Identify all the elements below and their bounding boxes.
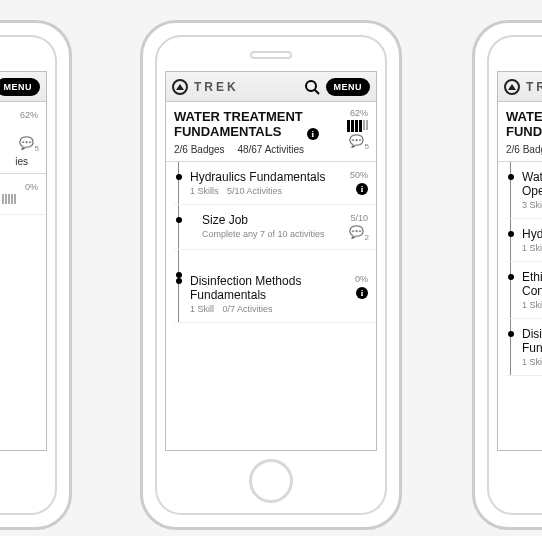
percent-label: 50% [332,170,368,180]
list-item[interactable]: Hydraul 1 Skills5 [506,219,542,262]
comment-icon[interactable]: 💬2 [349,225,368,241]
timeline-list: Water TOperati 3 Skills5 Hydraul 1 Skill… [498,162,542,376]
menu-button[interactable]: MENU [0,78,40,96]
comment-icon[interactable]: 💬5 [19,136,38,152]
timeline-list: Hydraulics Fundamentals 1 Skills 5/10 Ac… [166,162,376,323]
svg-line-3 [315,90,319,94]
list-item[interactable]: Hydraulics Fundamentals 1 Skills 5/10 Ac… [174,162,376,205]
phone-frame-left: MENU 62% 💬5 ies 0% [0,20,72,530]
list-item[interactable]: Ethics aConside 1 Skills0 [506,262,542,319]
item-activities: 5/10 Activities [227,186,282,196]
page-title: WATER TREATMENT FUNDAMENTALS [174,110,303,140]
logo-icon [504,79,520,95]
logo-icon [172,79,188,95]
info-icon[interactable]: i [307,128,319,140]
app-bar: TREK MENU [166,72,376,102]
list-item[interactable]: Disinfection Methods Fundamentals 1 Skil… [174,266,376,323]
menu-button[interactable]: MENU [326,78,371,96]
search-icon[interactable] [304,79,320,95]
phone-inner: TREK WATER T FUNDAM 2/6 Badge Water TOpe… [487,35,542,515]
screen: MENU 62% 💬5 ies 0% [0,71,47,451]
list-item[interactable]: 0% [0,174,46,215]
item-title: Disinfection Methods Fundamentals [190,274,332,302]
badges-count: 2/6 Badge [506,144,542,155]
list-item[interactable]: Water TOperati 3 Skills5 [506,162,542,219]
percent-label: 0% [332,274,368,284]
info-icon[interactable]: i [356,287,368,299]
page-title: WATER T FUNDAM [506,110,542,140]
percent-label: 62% [347,108,368,118]
progress-barcode-icon [0,122,38,134]
screen: TREK WATER T FUNDAM 2/6 Badge Water TOpe… [497,71,542,451]
percent-label: 62% [0,110,38,120]
badges-count: 2/6 Badges [174,144,225,155]
home-button[interactable] [249,459,293,503]
phone-frame-right: TREK WATER T FUNDAM 2/6 Badge Water TOpe… [472,20,542,530]
item-skills: 1 Skills [190,186,219,196]
list-item[interactable]: DisinfeFundam 1 Skills5 [506,319,542,376]
item-skills: 1 Skill [190,304,214,314]
svg-point-2 [306,81,316,91]
timeline-list: 0% [0,174,46,215]
list-item[interactable]: Size Job Complete any 7 of 10 activities… [174,205,376,250]
comment-icon[interactable]: 💬5 [349,134,368,150]
phone-inner: MENU 62% 💬5 ies 0% [0,35,57,515]
speaker-slot [250,51,292,59]
percent-label: 0% [2,182,38,192]
item-activities: 0/7 Activities [223,304,273,314]
item-title: Hydraulics Fundamentals [190,170,332,184]
progress-barcode-icon [347,120,368,132]
app-bar: TREK [498,72,542,102]
course-header: WATER TREATMENT FUNDAMENTALS i 2/6 Badge… [166,102,376,162]
screen: TREK MENU WATER TREATMENT FUNDAMENTALS i… [165,71,377,451]
progress-barcode-icon [2,194,38,204]
activities-tail: ies [15,156,28,167]
brand-label: TREK [194,80,239,94]
fraction-label: 5/10 [332,213,368,223]
list-item-spacer [174,250,376,266]
activities-count: 48/67 Activities [237,144,304,155]
course-header: WATER T FUNDAM 2/6 Badge [498,102,542,162]
brand-label: TREK [526,80,542,94]
app-bar: MENU [0,72,46,102]
item-description: Complete any 7 of 10 activities [202,229,325,239]
phone-inner: TREK MENU WATER TREATMENT FUNDAMENTALS i… [155,35,387,515]
info-icon[interactable]: i [356,183,368,195]
item-title: Size Job [202,213,332,227]
phone-frame-center: TREK MENU WATER TREATMENT FUNDAMENTALS i… [140,20,402,530]
